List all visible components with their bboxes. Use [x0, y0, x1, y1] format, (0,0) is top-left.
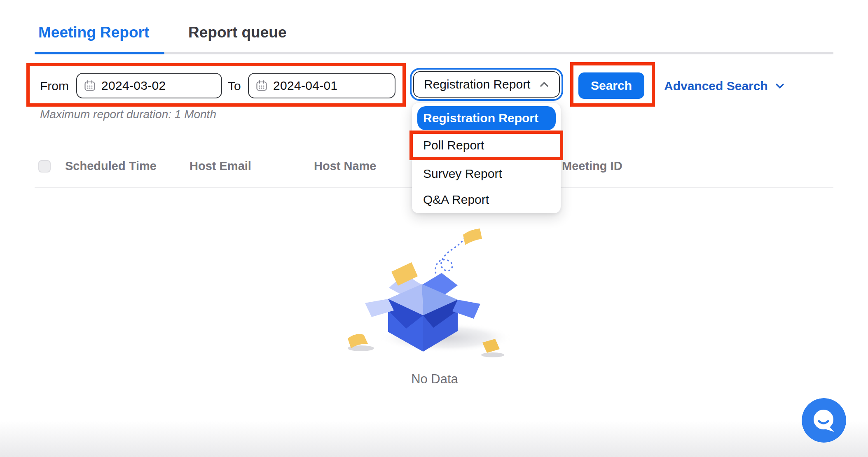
search-button[interactable]: Search [578, 72, 644, 99]
no-data-label: No Data [346, 372, 523, 387]
active-tab-underline [35, 52, 164, 54]
from-label: From [40, 79, 69, 93]
calendar-icon [256, 80, 267, 91]
tab-meeting-report[interactable]: Meeting Report [38, 24, 149, 41]
menu-option-poll-report[interactable]: Poll Report [413, 134, 560, 157]
meeting-report-page: Meeting Report Report queue From 2024-03… [0, 0, 868, 457]
duration-note: Maximum report duration: 1 Month [40, 108, 216, 121]
to-date-input[interactable]: 2024-04-01 [248, 73, 395, 98]
to-label: To [228, 79, 241, 93]
tab-report-queue[interactable]: Report queue [188, 24, 286, 41]
to-date-value: 2024-04-01 [273, 79, 337, 93]
annotation-box-poll-report: Poll Report [409, 131, 563, 160]
bottom-gradient [0, 421, 868, 457]
chevron-down-icon [774, 81, 785, 91]
column-header-scheduled-time: Scheduled Time [65, 159, 157, 173]
from-date-value: 2024-03-02 [101, 79, 166, 93]
menu-option-qa-report[interactable]: Q&A Report [423, 191, 489, 209]
advanced-search-link[interactable]: Advanced Search [664, 78, 785, 94]
calendar-icon [84, 80, 96, 91]
tab-bar-divider [164, 52, 833, 54]
from-date-input[interactable]: 2024-03-02 [76, 73, 222, 98]
select-all-checkbox[interactable] [38, 160, 51, 173]
no-data-illustration [344, 222, 525, 362]
report-type-selected-value: Registration Report [424, 77, 538, 91]
column-header-host-name: Host Name [314, 159, 377, 173]
report-type-dropdown[interactable]: Registration Report [413, 71, 560, 98]
chevron-up-icon [538, 79, 550, 90]
column-header-host-email: Host Email [190, 159, 251, 173]
advanced-search-label: Advanced Search [664, 79, 768, 93]
column-header-meeting-id: Meeting ID [562, 159, 622, 173]
chat-support-button[interactable] [802, 398, 846, 443]
menu-option-survey-report[interactable]: Survey Report [423, 165, 502, 183]
report-type-menu: Registration Report Poll Report Survey R… [412, 103, 561, 213]
menu-option-registration-report[interactable]: Registration Report [417, 106, 556, 130]
